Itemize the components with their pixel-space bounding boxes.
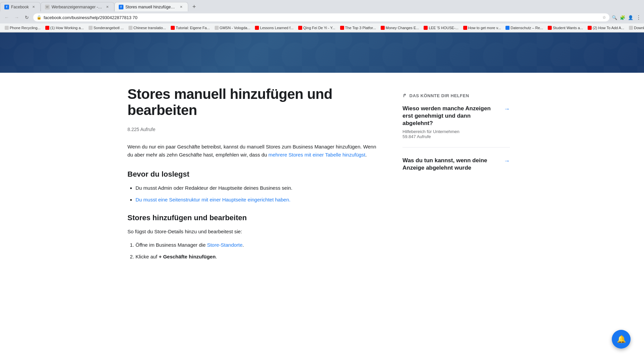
bookmark-howtoadd[interactable]: (2) How To Add A... <box>586 25 626 31</box>
bookmark-gmsn[interactable]: GMSN - Vologda... <box>213 25 253 31</box>
bookmark-label-howtoadd: (2) How To Add A... <box>593 26 624 30</box>
sidebar-card-meta-anzeigen: Hilfebereich für Unternehmen 59.847 Aufr… <box>402 129 510 139</box>
bookmark-label-working: (1) How Working a... <box>50 26 84 30</box>
bookmark-label-money: Money Changes E... <box>386 26 419 30</box>
new-tab-button[interactable]: + <box>190 2 199 11</box>
bookmark-download[interactable]: Download - Cook... <box>627 25 644 31</box>
bookmark-top3[interactable]: The Top 3 Platfor... <box>338 25 378 31</box>
bookmark-favicon-download <box>629 26 633 30</box>
step1-link[interactable]: Store-Standorte <box>207 242 243 248</box>
zoom-icon: 🔍 <box>612 15 617 20</box>
bookmark-favicon-working <box>45 26 49 30</box>
bookmark-qing[interactable]: Qing Fei De Yi - Y... <box>296 25 337 31</box>
bookmark-chinese[interactable]: Chinese translatio... <box>126 25 168 31</box>
list-item: Du musst eine Seitenstruktur mit einer H… <box>136 196 382 204</box>
bookmark-favicon-lessons <box>255 26 259 30</box>
tab-label-facebook: Facebook <box>11 5 29 9</box>
sidebar-area: ↱ Das könnte dir helfen Wieso werden man… <box>402 86 510 270</box>
bookmark-label-qing: Qing Fei De Yi - Y... <box>303 26 335 30</box>
sidebar-card-title-anzeigen: Wieso werden manche Anzeigen erst genehm… <box>402 105 501 127</box>
intro-link[interactable]: mehrere Stores mit einer Tabelle hinzufü… <box>268 152 365 158</box>
bookmark-label-chinese: Chinese translatio... <box>133 26 166 30</box>
sidebar-card-abgelehnt: Was du tun kannst, wenn deine Anzeige ab… <box>402 157 510 182</box>
bookmark-sonderangebot[interactable]: Sonderangebotl ... <box>87 25 126 31</box>
article-title: Stores manuell hinzufügen und bearbeiten <box>127 86 382 119</box>
tab-close-stores[interactable]: ✕ <box>178 4 184 10</box>
sidebar-card-link-abgelehnt[interactable]: Was du tun kannst, wenn deine Anzeige ab… <box>402 157 510 172</box>
sidebar-card-title-abgelehnt: Was du tun kannst, wenn deine Anzeige ab… <box>402 157 501 172</box>
address-bar[interactable]: 🔒 facebook.com/business/help/29304228778… <box>33 13 610 22</box>
bookmark-favicon-student <box>548 26 552 30</box>
address-icons: ☆ <box>602 15 606 20</box>
sidebar-arrow-abgelehnt: → <box>504 158 510 165</box>
tab-favicon-facebook: f <box>4 5 9 9</box>
list-item: Klicke auf + Geschäfte hinzufügen. <box>136 253 382 261</box>
lock-icon: 🔒 <box>37 15 42 20</box>
bookmark-favicon-tutorial <box>171 26 175 30</box>
bookmark-favicon-qing <box>298 26 302 30</box>
article-intro: Wenn du nur ein paar Geschäfte betreibst… <box>127 143 382 160</box>
bookmark-favicon-sonder <box>89 26 93 30</box>
list-item: Du musst Admin oder Redakteur der Haupts… <box>136 184 382 192</box>
bullet-link-2[interactable]: Du musst eine Seitenstruktur mit einer H… <box>136 197 290 202</box>
step2-before: Klicke auf <box>136 254 159 259</box>
refresh-button[interactable]: ↻ <box>23 13 31 21</box>
profile-icon[interactable]: 👤 <box>628 15 633 20</box>
hero-banner <box>0 33 644 73</box>
tab-stores[interactable]: f Stores manuell hinzufügen u... ✕ <box>114 2 188 11</box>
bookmark-label-howmore: How to get more v... <box>468 26 501 30</box>
section2-heading: Stores hinzufügen und bearbeiten <box>127 214 382 222</box>
bookmarks-bar: Phone Recycling... (1) How Working a... … <box>0 23 644 32</box>
bookmark-label-phone: Phone Recycling... <box>10 26 41 30</box>
forward-button[interactable]: → <box>13 13 21 21</box>
bookmark-favicon-phone <box>5 26 9 30</box>
tab-label-stores: Stores manuell hinzufügen u... <box>125 5 176 9</box>
bookmark-tutorial[interactable]: Tutorial: Eigene Fa... <box>169 25 212 31</box>
sidebar-arrow-anzeigen: → <box>504 106 510 113</box>
tab-werbeanzeigenmanager[interactable]: W Werbeanzeigenmanager - We... ✕ <box>41 2 114 11</box>
content-area: Stores manuell hinzufügen und bearbeiten… <box>127 86 382 270</box>
address-bar-row: ← → ↻ 🔒 facebook.com/business/help/29304… <box>0 11 644 23</box>
bookmark-lee[interactable]: LEE 'S HOUSE-... <box>422 25 460 31</box>
bookmark-how-working[interactable]: (1) How Working a... <box>43 25 86 31</box>
extension-icon[interactable]: 🧩 <box>620 15 625 20</box>
bookmark-label-download: Download - Cook... <box>634 26 644 30</box>
bookmark-favicon-howmore <box>463 26 467 30</box>
step2-bold: + Geschäfte hinzufügen <box>159 254 216 259</box>
article-views: 8.225 Aufrufe <box>127 127 382 132</box>
sidebar-help-title: ↱ Das könnte dir helfen <box>402 93 510 98</box>
bookmark-phone-recycling[interactable]: Phone Recycling... <box>3 25 43 31</box>
sidebar-help-title-text: Das könnte dir helfen <box>410 93 469 98</box>
bookmark-favicon-gmsn <box>215 26 219 30</box>
sidebar-card-meta-views-anzeigen: 59.847 Aufrufe <box>402 134 431 139</box>
bookmark-favicon-chinese <box>128 26 132 30</box>
tab-favicon-stores: f <box>119 5 123 9</box>
section2-subtext: So fügst du Store-Details hinzu und bear… <box>127 228 382 236</box>
star-icon[interactable]: ☆ <box>602 15 606 20</box>
section1-bullet-list: Du musst Admin oder Redakteur der Haupts… <box>127 184 382 204</box>
bookmark-money[interactable]: Money Changes E... <box>379 25 421 31</box>
menu-icon[interactable]: ⋮ <box>636 14 641 21</box>
section1-heading: Bevor du loslegst <box>127 170 382 179</box>
tab-close-werbeanzeigen[interactable]: ✕ <box>105 4 110 10</box>
bookmark-datenschutz[interactable]: Datenschutz – Re... <box>503 25 545 31</box>
sidebar-card-link-anzeigen[interactable]: Wieso werden manche Anzeigen erst genehm… <box>402 105 510 127</box>
bookmark-lessons[interactable]: Lessons Learned f... <box>253 25 296 31</box>
bookmark-howmore[interactable]: How to get more v... <box>461 25 503 31</box>
bookmark-label-lessons: Lessons Learned f... <box>260 26 293 30</box>
bookmark-student[interactable]: Student Wants a... <box>546 25 585 31</box>
bookmark-favicon-top3 <box>340 26 344 30</box>
bookmark-label-tutorial: Tutorial: Eigene Fa... <box>176 26 210 30</box>
tab-close-facebook[interactable]: ✕ <box>31 4 36 10</box>
tab-facebook[interactable]: f Facebook ✕ <box>0 2 41 11</box>
main-layout: Stores manuell hinzufügen und bearbeiten… <box>121 73 523 291</box>
browser-toolbar-icons: 🔍 🧩 👤 ⋮ <box>612 14 641 21</box>
step1-before: Öffne im Business Manager die <box>136 242 207 248</box>
address-text: facebook.com/business/help/2930422877813… <box>44 15 600 20</box>
sidebar-help-box: ↱ Das könnte dir helfen Wieso werden man… <box>402 86 510 198</box>
section2-steps-list: Öffne im Business Manager die Store-Stan… <box>127 241 382 261</box>
bookmark-label-sonder: Sonderangebotl ... <box>94 26 124 30</box>
bookmark-label-gmsn: GMSN - Vologda... <box>220 26 251 30</box>
bookmark-label-lee: LEE 'S HOUSE-... <box>429 26 458 30</box>
back-button[interactable]: ← <box>3 13 11 21</box>
